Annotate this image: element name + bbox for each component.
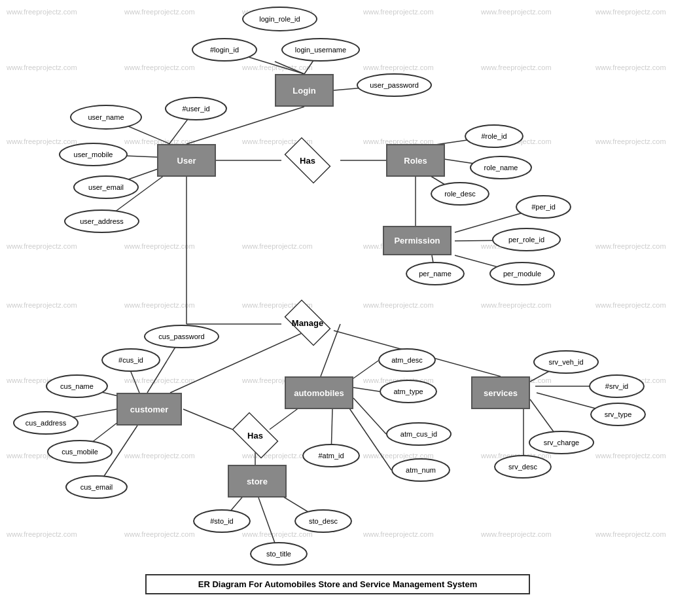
attribute-ellipse-role_name: role_name xyxy=(470,156,532,179)
has-diamond-1: Has xyxy=(278,144,337,177)
permission-entity: Permission xyxy=(383,226,452,255)
watermark: www.freeprojectz.com xyxy=(124,376,195,384)
attribute-ellipse-per_name: per_name xyxy=(406,262,465,285)
attribute-ellipse-login_username: login_username xyxy=(281,38,360,62)
attribute-ellipse-srv_veh_id: srv_veh_id xyxy=(533,350,599,374)
attribute-ellipse-atm_cus_id: atm_cus_id xyxy=(386,422,452,446)
watermark: www.freeprojectz.com xyxy=(595,452,666,460)
attribute-ellipse-cus_id: #cus_id xyxy=(101,348,160,372)
svg-line-39 xyxy=(353,398,386,434)
attribute-ellipse-user_password: user_password xyxy=(357,73,432,97)
watermark: www.freeprojectz.com xyxy=(7,242,77,250)
manage-diamond: Manage xyxy=(278,306,337,339)
watermark: www.freeprojectz.com xyxy=(7,301,77,309)
watermark: www.freeprojectz.com xyxy=(595,8,666,16)
attribute-ellipse-user_email: user_email xyxy=(73,175,139,199)
watermark: www.freeprojectz.com xyxy=(595,63,666,71)
attribute-ellipse-user_name: user_name xyxy=(70,105,142,130)
attribute-ellipse-per_module: per_module xyxy=(489,262,555,285)
watermark: www.freeprojectz.com xyxy=(595,242,666,250)
watermark: www.freeprojectz.com xyxy=(124,452,195,460)
watermark: www.freeprojectz.com xyxy=(7,8,77,16)
watermark: www.freeprojectz.com xyxy=(124,301,195,309)
attribute-ellipse-user_address: user_address xyxy=(64,209,139,233)
attribute-ellipse-cus_address: cus_address xyxy=(13,411,79,435)
attribute-ellipse-role_desc: role_desc xyxy=(431,182,489,206)
attribute-ellipse-atm_type: atm_type xyxy=(380,380,437,403)
attribute-ellipse-atm_desc: atm_desc xyxy=(378,348,436,372)
roles-entity: Roles xyxy=(386,144,445,177)
svg-line-26 xyxy=(131,372,139,393)
svg-line-37 xyxy=(353,361,378,378)
store-entity: store xyxy=(228,465,287,498)
watermark: www.freeprojectz.com xyxy=(7,137,77,145)
watermark: www.freeprojectz.com xyxy=(124,242,195,250)
watermark: www.freeprojectz.com xyxy=(481,63,552,71)
customer-entity: customer xyxy=(116,393,182,426)
watermark: www.freeprojectz.com xyxy=(481,8,552,16)
attribute-ellipse-atm_num: atm_num xyxy=(391,458,450,482)
svg-line-0 xyxy=(275,62,304,74)
watermark: www.freeprojectz.com xyxy=(242,63,313,71)
attribute-ellipse-login_id: #login_id xyxy=(192,38,257,62)
attribute-ellipse-srv_type: srv_type xyxy=(590,403,646,426)
attribute-ellipse-sto_id: #sto_id xyxy=(193,509,251,533)
attribute-ellipse-cus_name: cus_name xyxy=(46,374,108,398)
watermark: www.freeprojectz.com xyxy=(242,242,313,250)
watermark: www.freeprojectz.com xyxy=(124,530,195,538)
attribute-ellipse-cus_password: cus_password xyxy=(144,325,219,348)
watermark: www.freeprojectz.com xyxy=(363,301,434,309)
attribute-ellipse-srv_id: #srv_id xyxy=(589,374,645,398)
user-entity: User xyxy=(157,144,216,177)
attribute-ellipse-cus_mobile: cus_mobile xyxy=(47,440,113,463)
watermark: www.freeprojectz.com xyxy=(595,530,666,538)
watermark: www.freeprojectz.com xyxy=(595,137,666,145)
watermark: www.freeprojectz.com xyxy=(481,530,552,538)
attribute-ellipse-srv_desc: srv_desc xyxy=(494,455,552,479)
services-entity: services xyxy=(471,376,530,409)
attribute-ellipse-sto_title: sto_title xyxy=(250,542,308,566)
attribute-ellipse-user_mobile: user_mobile xyxy=(59,143,128,166)
watermark: www.freeprojectz.com xyxy=(595,301,666,309)
diagram-caption: ER Diagram For Automobiles Store and Ser… xyxy=(145,574,530,594)
login-entity: Login xyxy=(275,74,334,107)
watermark: www.freeprojectz.com xyxy=(363,8,434,16)
attribute-ellipse-sto_desc: sto_desc xyxy=(294,509,352,533)
watermark: www.freeprojectz.com xyxy=(481,301,552,309)
attribute-ellipse-user_id: #user_id xyxy=(165,97,227,120)
watermark: www.freeprojectz.com xyxy=(124,8,195,16)
attribute-ellipse-role_id: #role_id xyxy=(465,124,523,148)
svg-line-38 xyxy=(353,388,380,391)
attribute-ellipse-srv_charge: srv_charge xyxy=(529,431,594,454)
watermark: www.freeprojectz.com xyxy=(363,63,434,71)
attribute-ellipse-login_role_id: login_role_id xyxy=(242,7,317,31)
attribute-ellipse-per_role_id: per_role_id xyxy=(492,228,561,251)
watermark: www.freeprojectz.com xyxy=(124,63,195,71)
automobiles-entity: automobiles xyxy=(285,376,353,409)
attribute-ellipse-cus_email: cus_email xyxy=(65,475,128,499)
watermark: www.freeprojectz.com xyxy=(7,530,77,538)
watermark: www.freeprojectz.com xyxy=(7,63,77,71)
watermark: www.freeprojectz.com xyxy=(363,530,434,538)
watermark: www.freeprojectz.com xyxy=(242,530,313,538)
has-diamond-2: Has xyxy=(226,419,285,452)
attribute-ellipse-per_id: #per_id xyxy=(516,195,571,219)
attribute-ellipse-atm_id: #atm_id xyxy=(302,444,360,467)
